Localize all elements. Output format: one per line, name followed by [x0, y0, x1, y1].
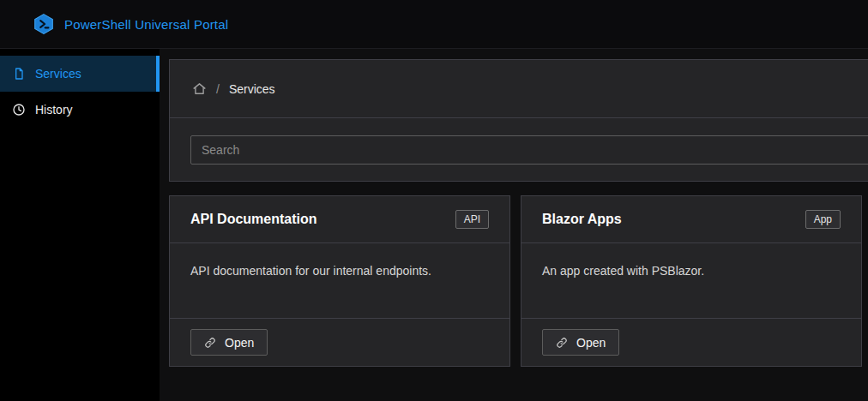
card-title: API Documentation	[190, 212, 317, 227]
search-row	[170, 118, 868, 165]
history-clock-icon	[12, 103, 26, 117]
card-type-badge: API	[455, 210, 489, 229]
toolbar-panel: / Services	[169, 59, 868, 182]
search-input[interactable]	[190, 135, 868, 165]
sidebar-item-history[interactable]: History	[0, 92, 160, 128]
link-icon	[204, 337, 216, 349]
open-button-label: Open	[576, 336, 606, 350]
card-footer: Open	[521, 319, 861, 366]
card-description: API documentation for our internal endpo…	[170, 243, 509, 319]
app-title: PowerShell Universal Portal	[64, 17, 228, 32]
card-footer: Open	[170, 319, 509, 366]
link-icon	[556, 337, 568, 349]
sidebar-item-label: History	[35, 103, 73, 117]
sidebar: Services History	[0, 49, 160, 401]
open-button[interactable]: Open	[190, 329, 268, 356]
open-button[interactable]: Open	[542, 329, 619, 356]
sidebar-item-label: Services	[35, 67, 81, 81]
card-header: Blazor Apps App	[521, 196, 861, 243]
card-type-badge: App	[805, 210, 841, 229]
card-header: API Documentation API	[170, 196, 509, 243]
services-card-grid: API Documentation API API documentation …	[169, 195, 862, 367]
card-description: An app created with PSBlazor.	[521, 243, 861, 319]
service-card-blazor-apps: Blazor Apps App An app created with PSBl…	[521, 195, 862, 367]
sidebar-item-services[interactable]: Services	[0, 56, 160, 92]
breadcrumb-separator: /	[216, 82, 220, 96]
app-header: PowerShell Universal Portal	[0, 0, 868, 49]
card-title: Blazor Apps	[542, 212, 622, 227]
service-card-api-documentation: API Documentation API API documentation …	[169, 195, 510, 367]
breadcrumb: / Services	[170, 60, 868, 118]
services-document-icon	[12, 67, 26, 81]
home-icon[interactable]	[192, 81, 207, 96]
open-button-label: Open	[225, 336, 254, 350]
breadcrumb-current-page: Services	[229, 82, 275, 96]
powershell-logo-icon	[33, 13, 55, 35]
